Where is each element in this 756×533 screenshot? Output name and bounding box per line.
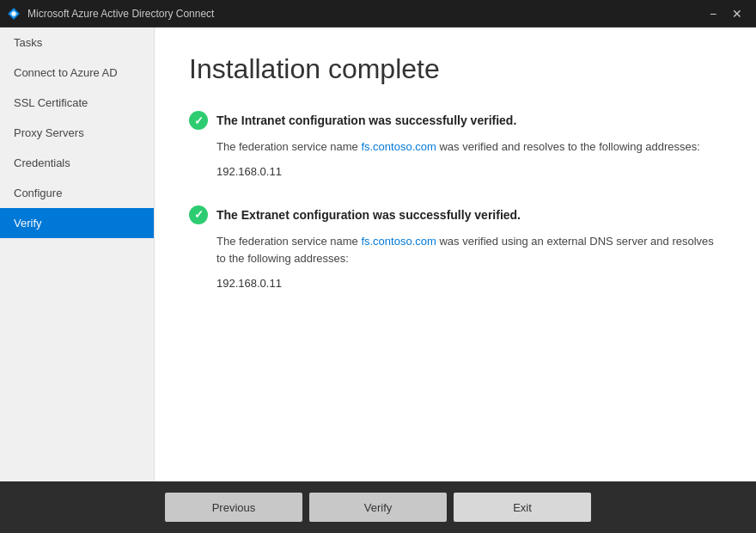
sidebar-item-proxy-servers[interactable]: Proxy Servers: [0, 118, 154, 148]
content-area: Installation complete The Intranet confi…: [155, 28, 756, 481]
sidebar: Tasks Connect to Azure AD SSL Certificat…: [0, 28, 155, 481]
close-button[interactable]: ✕: [725, 2, 749, 26]
sidebar-item-verify[interactable]: Verify: [0, 208, 154, 238]
footer: Previous Verify Exit: [0, 481, 756, 533]
intranet-body-suffix: was verified and resolves to the followi…: [436, 140, 700, 153]
titlebar-title: Microsoft Azure Active Directory Connect: [27, 8, 701, 20]
sidebar-item-ssl-certificate[interactable]: SSL Certificate: [0, 88, 154, 118]
verify-button[interactable]: Verify: [309, 493, 447, 522]
extranet-check-icon: [189, 205, 208, 224]
app-icon: [7, 7, 21, 21]
intranet-verification: The Intranet configuration was successfu…: [189, 111, 722, 181]
exit-button[interactable]: Exit: [454, 493, 591, 522]
intranet-body: The federation service name fs.contoso.c…: [216, 138, 722, 181]
extranet-ip: 192.168.0.11: [216, 275, 722, 293]
sidebar-item-connect-to-azure-ad[interactable]: Connect to Azure AD: [0, 58, 154, 88]
extranet-title: The Extranet configuration was successfu…: [216, 208, 521, 222]
sidebar-item-credentials[interactable]: Credentials: [0, 148, 154, 178]
minimize-button[interactable]: −: [701, 2, 725, 26]
previous-button[interactable]: Previous: [165, 493, 302, 522]
svg-point-2: [12, 11, 16, 15]
sidebar-item-configure[interactable]: Configure: [0, 178, 154, 208]
titlebar: Microsoft Azure Active Directory Connect…: [0, 0, 756, 28]
extranet-header: The Extranet configuration was successfu…: [189, 205, 722, 224]
extranet-verification: The Extranet configuration was successfu…: [189, 205, 722, 293]
extranet-body-prefix: The federation service name: [216, 235, 361, 248]
intranet-title: The Intranet configuration was successfu…: [216, 113, 516, 127]
intranet-link[interactable]: fs.contoso.com: [361, 140, 436, 153]
extranet-body: The federation service name fs.contoso.c…: [216, 233, 722, 293]
intranet-check-icon: [189, 111, 208, 130]
intranet-ip: 192.168.0.11: [216, 163, 722, 181]
main-container: Tasks Connect to Azure AD SSL Certificat…: [0, 28, 756, 481]
intranet-header: The Intranet configuration was successfu…: [189, 111, 722, 130]
sidebar-item-tasks[interactable]: Tasks: [0, 28, 154, 58]
extranet-link[interactable]: fs.contoso.com: [361, 235, 436, 248]
page-title: Installation complete: [189, 53, 722, 85]
titlebar-controls: − ✕: [701, 2, 749, 26]
intranet-body-prefix: The federation service name: [216, 140, 361, 153]
